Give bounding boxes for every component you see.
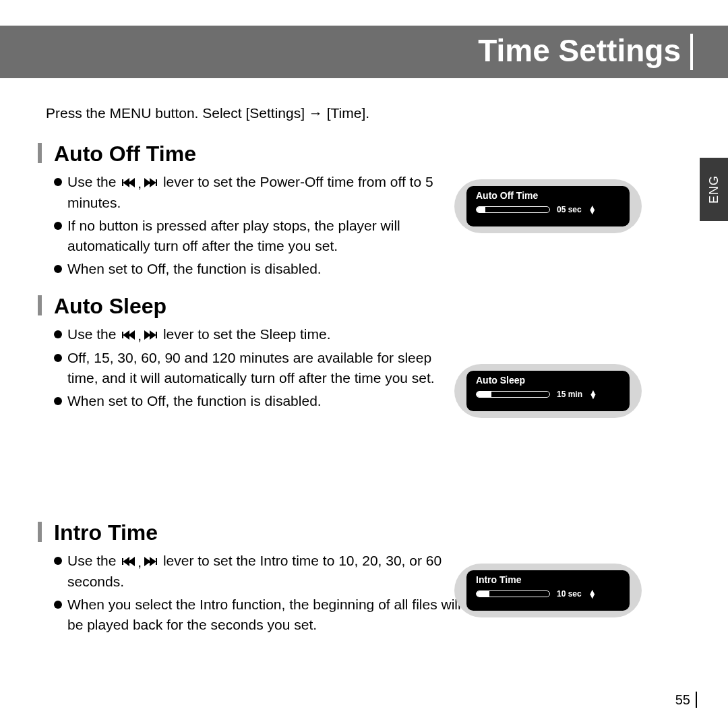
header-title-divider [690,34,693,70]
device-mock-intro-time: Intro Time 10 sec ▲▼ [454,564,642,617]
bullet-text: Use the , lever to set the Sleep time. [67,324,331,345]
device-screen: Intro Time 10 sec ▲▼ [466,570,630,611]
heading-text: Intro Time [54,520,158,545]
bullet-text: If no button is pressed after play stops… [67,216,445,256]
device-up-down-icon: ▲▼ [588,590,597,598]
bullet-text: When set to Off, the function is disable… [67,259,322,279]
skip-forward-icon [143,557,158,566]
bullet-icon [54,178,62,186]
skip-forward-icon [143,330,158,340]
heading-text: Auto Off Time [54,142,196,166]
bullet-segment: Use the [67,553,120,568]
device-slider-value: 10 sec [557,589,582,599]
heading-bar-icon [38,522,42,542]
device-slider-value: 15 min [557,390,582,399]
device-screen-title: Auto Off Time [476,190,620,201]
device-slider-track [476,590,550,597]
device-slider-value: 05 sec [557,205,582,214]
page-title: Time Settings [478,32,681,69]
skip-back-icon [121,557,136,566]
device-screen: Auto Sleep 15 min ▲▼ [466,371,630,411]
bullet-icon [54,330,62,338]
bullet-segment: Use the [67,174,120,189]
device-slider-fill [477,591,489,597]
heading-bar-icon [38,295,42,315]
device-slider-track [476,391,550,398]
bullet-text: When you select the Intro function, the … [67,595,479,635]
lever-icons: , [121,173,158,193]
bullet-icon [54,397,62,405]
device-up-down-icon: ▲▼ [588,206,597,214]
bullet-icon [54,557,62,565]
page-number: 55 [675,692,690,708]
skip-back-icon [121,178,136,187]
heading-bar-icon [38,143,42,163]
bullet-icon [54,354,62,362]
icon-separator: , [138,326,142,346]
device-slider-fill [477,392,491,397]
bullet-text: When set to Off, the function is disable… [67,391,322,411]
bullet-segment: lever to set the Sleep time. [163,326,331,342]
bullet-icon [54,222,62,230]
bullet-text: Use the , lever to set the Power-Off tim… [67,172,445,213]
skip-forward-icon [143,178,158,187]
heading-intro-time: Intro Time [38,520,658,545]
device-screen: Auto Off Time 05 sec ▲▼ [466,186,630,226]
icon-separator: , [138,552,142,572]
icon-separator: , [138,173,142,193]
lever-icons: , [121,326,158,346]
bullet-text: Use the , lever to set the Intro time to… [67,551,479,592]
device-slider-track [476,206,550,213]
device-screen-title: Auto Sleep [476,375,620,386]
device-slider-fill [477,207,485,212]
heading-text: Auto Sleep [54,294,166,318]
bullet-icon [54,265,62,273]
device-screen-title: Intro Time [476,574,620,585]
skip-back-icon [121,330,136,340]
bullet-icon [54,601,62,609]
bullet-segment: Use the [67,326,120,342]
device-mock-auto-sleep: Auto Sleep 15 min ▲▼ [454,364,642,418]
intro-instruction: Press the MENU button. Select [Settings]… [46,105,369,121]
heading-auto-sleep: Auto Sleep [38,294,658,319]
device-up-down-icon: ▲▼ [589,390,597,398]
footer-divider [696,692,697,708]
page-number-footer: 55 [675,692,697,708]
lever-icons: , [121,552,158,572]
device-mock-auto-off: Auto Off Time 05 sec ▲▼ [454,179,642,233]
heading-auto-off-time: Auto Off Time [38,142,658,166]
bullet-text: Off, 15, 30, 60, 90 and 120 minutes are … [67,348,445,388]
language-tab: ENG [700,158,728,221]
